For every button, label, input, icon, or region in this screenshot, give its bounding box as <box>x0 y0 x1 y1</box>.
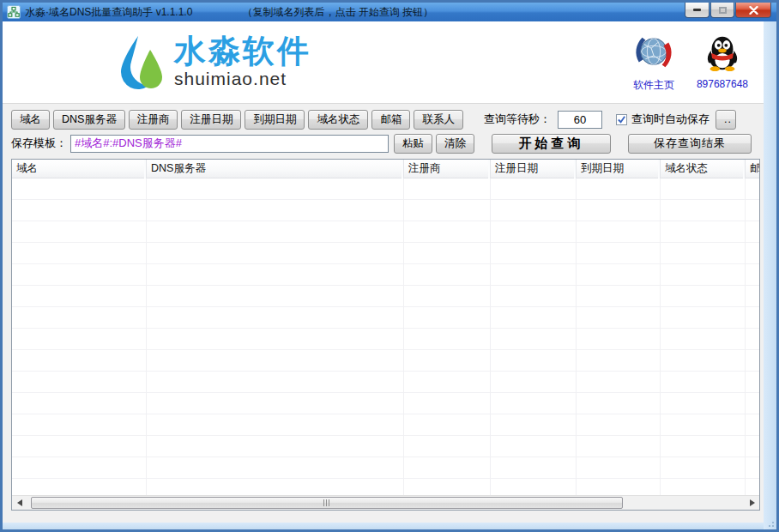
minimize-button[interactable] <box>685 3 710 18</box>
toolbar: 域名 DNS服务器 注册商 注册日期 到期日期 域名状态 邮箱 联系人 查询等待… <box>3 104 764 157</box>
close-icon <box>749 6 758 15</box>
app-icon <box>7 5 21 19</box>
column-header-expiry[interactable]: 到期日期 <box>577 160 661 178</box>
app-header: 水淼软件 shuimiao.net 软件主页 <box>3 21 764 104</box>
wait-seconds-label: 查询等待秒： <box>484 112 551 127</box>
resize-grip-icon[interactable] <box>766 519 775 528</box>
close-button[interactable] <box>735 3 771 18</box>
column-header-email[interactable]: 邮箱 <box>746 160 760 178</box>
header-links: 软件主页 <box>633 33 748 93</box>
insert-field-regdate-button[interactable]: 注册日期 <box>181 110 241 130</box>
toolbar-row-template: 保存模板： 粘贴 清除 开始查询 保存查询结果 <box>11 133 755 154</box>
checkbox-check-icon <box>617 115 626 124</box>
column-divider <box>146 178 147 495</box>
globe-icon <box>634 33 673 72</box>
qq-number-label: 897687648 <box>697 78 748 90</box>
scroll-right-icon <box>750 499 755 506</box>
minimize-icon <box>693 9 701 11</box>
logo: 水淼软件 shuimiao.net <box>119 34 311 91</box>
template-label: 保存模板： <box>11 136 67 151</box>
column-divider <box>490 178 491 495</box>
qq-contact-link[interactable]: 897687648 <box>697 33 748 93</box>
window-controls <box>685 3 771 18</box>
scroll-left-icon <box>17 499 22 506</box>
logo-text: 水淼软件 shuimiao.net <box>174 35 311 89</box>
logo-title: 水淼软件 <box>174 35 311 69</box>
start-query-button[interactable]: 开始查询 <box>492 134 611 154</box>
horizontal-scrollbar[interactable] <box>12 495 759 510</box>
paste-button[interactable]: 粘贴 <box>394 134 432 154</box>
column-header-domain[interactable]: 域名 <box>12 160 147 178</box>
save-results-button[interactable]: 保存查询结果 <box>628 134 752 154</box>
maximize-button[interactable] <box>710 3 734 18</box>
logo-domain: shuimiao.net <box>174 69 311 89</box>
wait-seconds-input[interactable] <box>558 111 602 129</box>
window-title: 水淼·域名DNS批量查询助手 v1.1.1.0 <box>25 5 192 20</box>
water-drop-icon <box>119 34 164 91</box>
more-options-button[interactable]: .. <box>716 110 736 130</box>
column-header-status[interactable]: 域名状态 <box>661 160 746 178</box>
insert-field-dns-button[interactable]: DNS服务器 <box>53 110 125 130</box>
results-table: 域名 DNS服务器 注册商 注册日期 到期日期 域名状态 邮箱 <box>11 159 760 511</box>
column-header-dns[interactable]: DNS服务器 <box>147 160 404 178</box>
window-frame-right <box>764 21 776 529</box>
results-table-header: 域名 DNS服务器 注册商 注册日期 到期日期 域名状态 邮箱 <box>12 160 759 178</box>
insert-field-contact-button[interactable]: 联系人 <box>414 110 463 130</box>
window-title-hint: （复制域名列表后，点击 开始查询 按钮） <box>242 5 433 20</box>
autosave-checkbox[interactable] <box>616 114 627 125</box>
scrollbar-thumb[interactable] <box>31 497 623 509</box>
insert-field-registrar-button[interactable]: 注册商 <box>129 110 178 130</box>
insert-field-status-button[interactable]: 域名状态 <box>308 110 368 130</box>
homepage-link-label: 软件主页 <box>633 78 674 93</box>
maximize-icon <box>719 7 727 14</box>
homepage-link[interactable]: 软件主页 <box>633 33 674 93</box>
autosave-label: 查询时自动保存 <box>631 112 710 127</box>
column-header-registrar[interactable]: 注册商 <box>404 160 491 178</box>
results-table-body[interactable] <box>12 178 759 495</box>
app-window: 水淼·域名DNS批量查询助手 v1.1.1.0 （复制域名列表后，点击 开始查询… <box>0 0 779 532</box>
column-divider <box>576 178 577 495</box>
template-input[interactable] <box>70 135 389 153</box>
window-content: 水淼软件 shuimiao.net 软件主页 <box>3 21 764 523</box>
window-frame-bottom <box>3 523 764 529</box>
column-divider <box>660 178 661 495</box>
column-divider <box>403 178 404 495</box>
insert-field-expiry-button[interactable]: 到期日期 <box>245 110 305 130</box>
column-header-regdate[interactable]: 注册日期 <box>491 160 577 178</box>
qq-penguin-icon <box>703 33 742 72</box>
clear-button[interactable]: 清除 <box>436 134 474 154</box>
scroll-right-button[interactable] <box>745 496 759 510</box>
toolbar-row-fields: 域名 DNS服务器 注册商 注册日期 到期日期 域名状态 邮箱 联系人 查询等待… <box>11 109 755 130</box>
insert-field-domain-button[interactable]: 域名 <box>11 110 50 130</box>
insert-field-email-button[interactable]: 邮箱 <box>371 110 410 130</box>
scrollbar-grip-icon <box>323 499 331 506</box>
titlebar[interactable]: 水淼·域名DNS批量查询助手 v1.1.1.0 （复制域名列表后，点击 开始查询… <box>3 3 776 21</box>
column-divider <box>745 178 746 495</box>
scroll-left-button[interactable] <box>12 496 27 510</box>
